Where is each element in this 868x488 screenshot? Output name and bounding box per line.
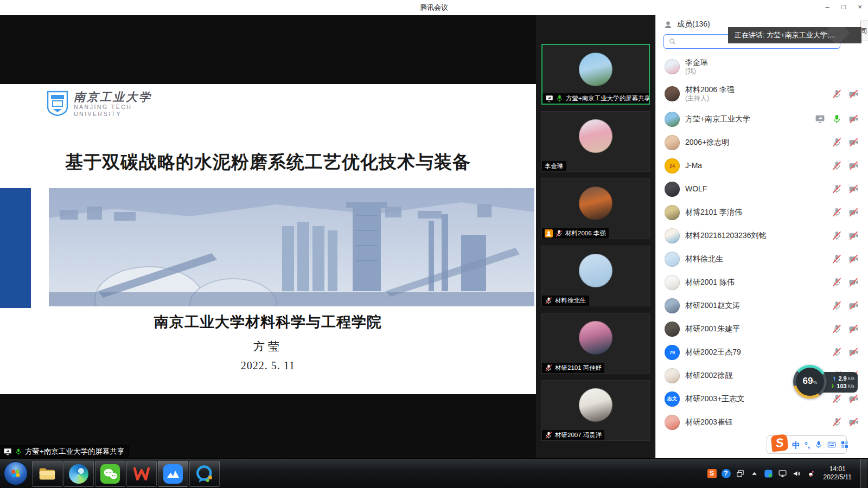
arrow-up-icon	[832, 376, 837, 381]
member-status-icons	[832, 160, 860, 171]
cam-muted-icon[interactable]	[848, 230, 859, 241]
side-panel-handle[interactable]: 司	[860, 21, 868, 41]
tray-meeting-icon[interactable]	[764, 469, 773, 478]
windows-logo-icon	[4, 461, 28, 485]
tile-label: 方莹+南京工业大学的屏幕共享	[542, 93, 649, 104]
member-status-icons	[832, 230, 860, 241]
member-name: 材料202161203236刘铭	[685, 231, 766, 240]
tray-help-icon[interactable]: ?	[722, 469, 731, 478]
titlebar: 腾讯会议 – □ ×	[0, 0, 868, 15]
video-tile[interactable]: 材料2006 李强	[541, 178, 650, 239]
clock-date: 2022/5/11	[824, 473, 852, 481]
member-row[interactable]: 24J-Ma	[656, 154, 868, 177]
ime-voice-icon[interactable]	[814, 440, 823, 449]
screen-share-icon[interactable]	[815, 114, 825, 124]
member-row[interactable]: 材研2001赵文涛	[656, 294, 868, 317]
video-tile[interactable]: 材研2101 芮佳妤	[541, 313, 650, 374]
ime-chinese-mode[interactable]: 中	[792, 441, 800, 449]
cam-muted-icon[interactable]	[848, 324, 859, 334]
member-row[interactable]: WOLF	[656, 177, 868, 201]
avatar	[665, 368, 680, 383]
member-row[interactable]: 2006+徐志明	[656, 131, 868, 154]
hidden-icons-arrow[interactable]	[750, 469, 759, 478]
mic-on-icon[interactable]	[832, 114, 842, 124]
member-row[interactable]: 79材研2002王杰79	[656, 341, 868, 364]
search-icon	[668, 37, 676, 46]
member-role: (主持人)	[685, 94, 735, 102]
video-tile[interactable]: 材研2007 冯贵洋	[541, 380, 650, 441]
mic-muted-icon[interactable]	[832, 347, 842, 357]
cam-muted-icon[interactable]	[848, 300, 859, 311]
video-tile[interactable]: 李金琳	[541, 111, 650, 172]
member-row[interactable]: 材料202161203236刘铭	[656, 224, 868, 247]
mic-muted-icon[interactable]	[832, 160, 842, 171]
mic-muted-icon[interactable]	[832, 324, 842, 334]
maximize-button[interactable]: □	[835, 0, 852, 14]
ime-punctuation[interactable]: °,	[805, 441, 810, 449]
show-desktop-button[interactable]	[860, 459, 867, 488]
mic-muted-icon[interactable]	[832, 207, 842, 217]
member-name-block: 材研2002徐靓	[685, 371, 732, 380]
mic-muted-icon[interactable]	[832, 184, 842, 194]
minimize-button[interactable]: –	[819, 0, 835, 14]
cam-muted-icon[interactable]	[848, 160, 859, 171]
member-row[interactable]: 方莹+南京工业大学	[656, 107, 868, 131]
tray-sogou-icon[interactable]: S	[707, 469, 717, 478]
taskbar-clock[interactable]: 14:01 2022/5/11	[820, 465, 856, 481]
presentation-slide: 南京工业大学 NANJING TECH UNIVERSITY 基于双碳战略的水泥…	[0, 84, 536, 394]
video-tile[interactable]: 方莹+南京工业大学的屏幕共享	[541, 44, 650, 105]
close-button[interactable]: ×	[852, 0, 868, 14]
taskbar-edge[interactable]	[63, 461, 94, 487]
cam-muted-icon[interactable]	[848, 347, 859, 357]
cam-muted-icon[interactable]	[848, 207, 859, 217]
tray-restore-icon[interactable]	[736, 469, 745, 478]
tray-network-icon[interactable]	[778, 469, 787, 478]
member-status-icons	[832, 277, 860, 287]
tray-volume-icon[interactable]	[792, 469, 801, 478]
mic-muted-icon[interactable]	[832, 277, 842, 287]
avatar	[665, 415, 680, 430]
sogou-logo-icon[interactable]: S	[771, 434, 789, 452]
cam-muted-icon[interactable]	[848, 114, 859, 124]
cam-muted-icon[interactable]	[848, 184, 859, 194]
edge-icon	[69, 464, 88, 484]
cam-muted-icon[interactable]	[848, 137, 859, 147]
tray-qq-icon[interactable]	[806, 469, 815, 478]
mic-muted-icon[interactable]	[832, 137, 842, 147]
mic-muted-icon[interactable]	[832, 300, 842, 311]
tile-label: 李金琳	[542, 161, 566, 171]
mic-muted-icon[interactable]	[832, 417, 842, 427]
taskbar-wps[interactable]	[126, 461, 157, 487]
ime-keyboard-icon[interactable]	[827, 440, 836, 449]
cam-muted-icon[interactable]	[848, 277, 859, 287]
cam-muted-icon[interactable]	[848, 417, 859, 427]
avatar	[579, 187, 612, 220]
cam-muted-icon[interactable]	[848, 89, 859, 99]
member-row[interactable]: 材研2003崔钰	[656, 410, 868, 434]
cam-muted-icon[interactable]	[848, 394, 859, 404]
main-content: 南京工业大学 NANJING TECH UNIVERSITY 基于双碳战略的水泥…	[0, 15, 868, 458]
member-name-block: 材研2001赵文涛	[685, 301, 740, 310]
taskbar-tencent-meeting[interactable]	[158, 461, 188, 487]
member-row[interactable]: 材研2001 陈伟	[656, 271, 868, 294]
start-button[interactable]	[0, 459, 31, 488]
member-row[interactable]: 材博2101 李淯伟	[656, 201, 868, 224]
member-row[interactable]: 材料2006 李强(主持人)	[656, 80, 868, 107]
member-name-block: 材研2003+王志文	[685, 394, 744, 403]
avatar	[665, 322, 680, 337]
taskbar-chat-app[interactable]	[189, 461, 220, 487]
network-quality-gauge[interactable]: 69 %	[793, 365, 827, 399]
mic-muted-icon[interactable]	[832, 89, 842, 99]
mic-muted-icon[interactable]	[832, 230, 842, 241]
avatar	[665, 59, 680, 74]
member-row[interactable]: 材料徐北生	[656, 247, 868, 271]
ime-toolbox-icon[interactable]	[840, 440, 849, 449]
mic-muted-icon[interactable]	[832, 394, 842, 404]
cam-muted-icon[interactable]	[848, 254, 859, 264]
member-row[interactable]: 李金琳(我)	[656, 53, 868, 80]
video-tile[interactable]: 材料徐北生	[541, 246, 650, 306]
taskbar-wechat[interactable]	[95, 461, 125, 487]
mic-muted-icon[interactable]	[832, 254, 842, 264]
taskbar-explorer[interactable]	[32, 461, 62, 487]
member-row[interactable]: 材研2001朱建平	[656, 317, 868, 341]
